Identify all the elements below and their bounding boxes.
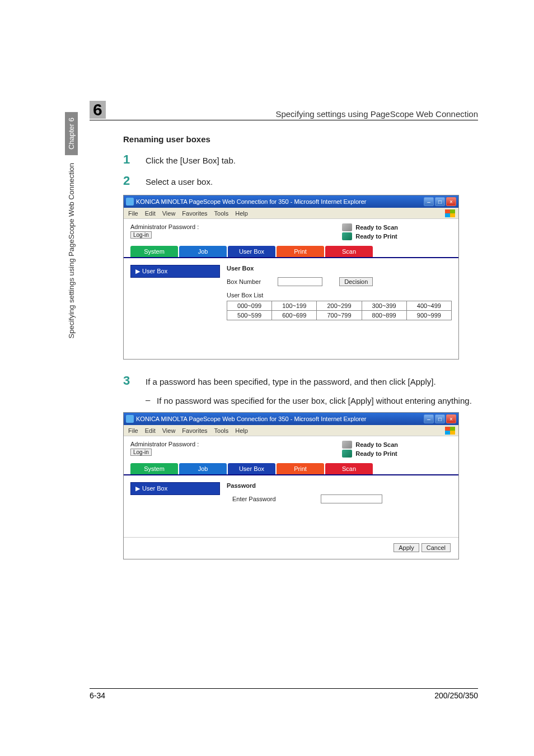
menubar: File Edit View Favorites Tools Help (124, 425, 458, 436)
ready-scan-label: Ready to Scan (355, 441, 398, 448)
range-link[interactable]: 600~699 (272, 311, 317, 320)
scanner-icon (342, 223, 352, 231)
tab-scan[interactable]: Scan (325, 463, 373, 474)
sidebar-item-label: User Box (142, 485, 167, 492)
menu-view[interactable]: View (162, 427, 176, 434)
menu-favorites[interactable]: Favorites (182, 210, 207, 217)
sidebar-item-label: User Box (142, 268, 167, 274)
ie-icon (126, 415, 134, 423)
menu-edit[interactable]: Edit (145, 210, 156, 217)
step-3-text: If a password has been specified, type i… (146, 374, 436, 388)
admin-password-label: Administrator Password : (130, 441, 199, 447)
menu-file[interactable]: File (128, 210, 138, 217)
cancel-button[interactable]: Cancel (421, 543, 451, 552)
screenshot-2: KONICA MINOLTA PageScope Web Connection … (123, 412, 459, 559)
windows-flag-icon (445, 209, 455, 217)
range-link[interactable]: 900~999 (406, 311, 451, 320)
range-link[interactable]: 500~599 (227, 311, 272, 320)
window-titlebar: KONICA MINOLTA PageScope Web Connection … (124, 413, 458, 425)
step-2-text: Select a user box. (146, 174, 213, 188)
close-button[interactable]: × (446, 197, 456, 206)
maximize-button[interactable]: □ (435, 414, 445, 423)
ready-scan-label: Ready to Scan (355, 224, 398, 231)
tab-print[interactable]: Print (277, 463, 324, 474)
range-link[interactable]: 800~899 (362, 311, 406, 320)
range-link[interactable]: 700~799 (317, 311, 362, 320)
menu-tools[interactable]: Tools (214, 210, 229, 217)
screenshot-1: KONICA MINOLTA PageScope Web Connection … (123, 195, 459, 360)
table-row: 000~099 100~199 200~299 300~399 400~499 (227, 301, 452, 311)
user-box-list-table: 000~099 100~199 200~299 300~399 400~499 … (227, 301, 452, 320)
range-link[interactable]: 200~299 (317, 301, 362, 311)
tab-user-box[interactable]: User Box (228, 246, 275, 257)
tab-print[interactable]: Print (277, 246, 324, 257)
triangle-icon: ▶ (135, 485, 140, 492)
printer-icon (342, 232, 352, 240)
tab-system[interactable]: System (130, 463, 178, 474)
menu-favorites[interactable]: Favorites (182, 427, 207, 434)
close-button[interactable]: × (446, 414, 456, 423)
minimize-button[interactable]: – (424, 197, 434, 206)
maximize-button[interactable]: □ (435, 197, 445, 206)
apply-button[interactable]: Apply (394, 543, 419, 552)
step-3-subtext: If no password was specified for the use… (157, 395, 472, 407)
sidebar-item-userbox[interactable]: ▶User Box (130, 265, 220, 278)
step-1-number: 1 (123, 152, 146, 167)
user-box-list-label: User Box List (227, 292, 452, 298)
enter-password-label: Enter Password (232, 496, 276, 502)
range-link[interactable]: 400~499 (406, 301, 451, 311)
admin-password-label: Administrator Password : (130, 223, 199, 230)
ready-print-label: Ready to Print (355, 233, 397, 240)
menu-view[interactable]: View (162, 210, 176, 217)
window-title: KONICA MINOLTA PageScope Web Connection … (136, 198, 366, 205)
step-1-text: Click the [User Box] tab. (146, 152, 236, 166)
table-row: 500~599 600~699 700~799 800~899 900~999 (227, 311, 452, 320)
page-number: 6-34 (90, 691, 105, 700)
side-spec-label: Specifying settings using PageScope Web … (65, 161, 78, 340)
pane-title-userbox: User Box (227, 265, 254, 272)
model-number: 200/250/350 (434, 691, 478, 700)
printer-icon (342, 450, 352, 458)
decision-button[interactable]: Decision (339, 277, 373, 286)
tab-job[interactable]: Job (179, 463, 227, 474)
range-link[interactable]: 300~399 (362, 301, 406, 311)
box-number-label: Box Number (227, 278, 261, 285)
chapter-number: 6 (90, 101, 106, 119)
scanner-icon (342, 441, 352, 449)
triangle-icon: ▶ (135, 268, 140, 275)
login-button[interactable]: Log-in (130, 231, 152, 239)
menu-help[interactable]: Help (235, 427, 248, 434)
window-title: KONICA MINOLTA PageScope Web Connection … (136, 416, 366, 422)
ie-icon (126, 198, 134, 206)
range-link[interactable]: 100~199 (272, 301, 317, 311)
windows-flag-icon (445, 427, 455, 435)
sidebar-item-userbox[interactable]: ▶User Box (130, 482, 220, 495)
window-titlebar: KONICA MINOLTA PageScope Web Connection … (124, 195, 458, 208)
tab-scan[interactable]: Scan (325, 246, 373, 257)
section-title: Renaming user boxes (123, 134, 478, 144)
minimize-button[interactable]: – (424, 414, 434, 423)
dash-icon: – (146, 395, 157, 404)
menu-edit[interactable]: Edit (145, 427, 156, 434)
menubar: File Edit View Favorites Tools Help (124, 208, 458, 219)
step-2-number: 2 (123, 174, 146, 188)
side-chapter-label: Chapter 6 (65, 112, 78, 155)
password-input[interactable] (321, 494, 382, 503)
menu-tools[interactable]: Tools (214, 427, 229, 434)
login-button[interactable]: Log-in (130, 449, 152, 456)
menu-help[interactable]: Help (235, 210, 248, 217)
tab-system[interactable]: System (130, 246, 178, 257)
ready-print-label: Ready to Print (355, 450, 397, 457)
tab-user-box[interactable]: User Box (228, 463, 275, 474)
page-header-title: Specifying settings using PageScope Web … (275, 109, 478, 119)
menu-file[interactable]: File (128, 427, 138, 434)
tab-job[interactable]: Job (179, 246, 227, 257)
pane-title-password: Password (227, 482, 256, 489)
step-3-number: 3 (123, 374, 146, 388)
box-number-input[interactable] (278, 277, 322, 286)
range-link[interactable]: 000~099 (227, 301, 272, 311)
